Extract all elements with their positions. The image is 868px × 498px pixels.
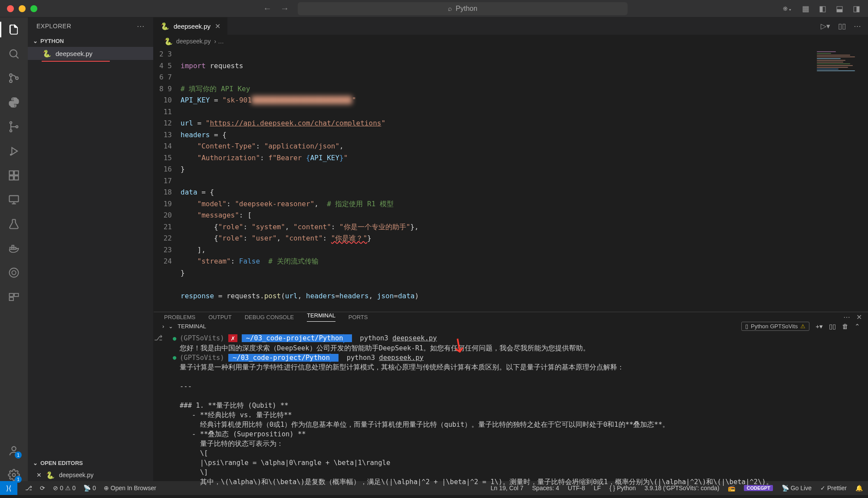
chevron-down-icon[interactable]: ⌄ bbox=[168, 323, 173, 330]
code-editor[interactable]: 2 3 4 5 6 7 8 9 10 11 12 13 14 15 16 17 … bbox=[154, 48, 868, 312]
search-text: Python bbox=[456, 5, 477, 13]
panel-more-icon[interactable]: ⋯ bbox=[843, 313, 850, 321]
split-terminal-icon[interactable]: ▯▯ bbox=[829, 323, 836, 330]
new-terminal-icon[interactable]: +▾ bbox=[815, 323, 823, 330]
settings-badge: 1 bbox=[15, 476, 22, 483]
python-file-icon: 🐍 bbox=[46, 471, 55, 479]
error-badge: ✗ bbox=[228, 334, 237, 342]
chevron-right-icon[interactable]: › bbox=[162, 323, 164, 330]
main-layout: 1 1 EXPLORER ⋯ ⌄ PYTHON 🐍 deepseek.py ⌄ … bbox=[0, 17, 868, 481]
tab-ports[interactable]: PORTS bbox=[349, 314, 368, 320]
extensions-icon[interactable] bbox=[8, 169, 20, 181]
nav-forward-icon[interactable]: → bbox=[280, 3, 289, 13]
account-badge: 1 bbox=[15, 452, 22, 458]
testing-icon[interactable] bbox=[8, 218, 20, 230]
terminal-subheader: › ⌄ TERMINAL ▯ Python GPTSoVits ⚠ +▾ ▯▯ … bbox=[154, 322, 868, 331]
nav-back-icon[interactable]: ← bbox=[263, 3, 272, 13]
run-icon[interactable]: ▷▾ bbox=[821, 22, 830, 31]
settings-icon[interactable]: 1 bbox=[8, 469, 20, 481]
open-editors-section[interactable]: ⌄ OPEN EDITORS bbox=[28, 457, 153, 469]
svg-point-4 bbox=[10, 122, 12, 124]
breadcrumb[interactable]: 🐍 deepseek.py › … bbox=[154, 35, 868, 48]
activity-bar: 1 1 bbox=[0, 17, 28, 481]
svg-point-6 bbox=[16, 126, 18, 128]
maximize-window[interactable] bbox=[30, 5, 37, 12]
sync-icon[interactable]: ⟳ bbox=[40, 485, 45, 491]
maximize-panel-icon[interactable]: ⌃ bbox=[855, 323, 860, 330]
svg-rect-11 bbox=[14, 171, 18, 175]
search-icon[interactable] bbox=[8, 48, 20, 60]
close-window[interactable] bbox=[7, 5, 14, 12]
chevron-down-icon: ⌄ bbox=[33, 38, 38, 44]
svg-point-1 bbox=[10, 74, 12, 76]
git-graph-icon[interactable] bbox=[8, 121, 20, 133]
svg-point-7 bbox=[10, 154, 11, 155]
annotation-underline bbox=[42, 61, 110, 62]
account-icon[interactable]: 1 bbox=[8, 445, 20, 457]
file-name: deepseek.py bbox=[56, 50, 92, 57]
minimize-window[interactable] bbox=[19, 5, 26, 12]
editor-area: 🐍 deepseek.py ✕ ▷▾ ▯▯ ⋯ 🐍 deepseek.py › … bbox=[154, 17, 868, 481]
svg-rect-19 bbox=[10, 294, 13, 297]
kill-terminal-icon[interactable]: 🗑 bbox=[842, 323, 848, 330]
layout-custom-icon[interactable]: ▦ bbox=[802, 4, 809, 13]
svg-rect-9 bbox=[10, 176, 13, 180]
command-center[interactable]: ⌕ Python bbox=[298, 2, 628, 15]
open-editor-item[interactable]: ✕ 🐍 deepseek.py bbox=[28, 469, 153, 481]
project-name: PYTHON bbox=[40, 38, 64, 44]
explorer-icon[interactable] bbox=[8, 23, 20, 36]
panel-close-icon[interactable]: ✕ bbox=[856, 313, 862, 321]
status-errors[interactable]: ⊘ 0 ⚠ 0 bbox=[53, 485, 76, 491]
svg-rect-12 bbox=[10, 196, 19, 202]
code-content[interactable]: import requests # 填写你的 API Key API_KEY =… bbox=[181, 48, 868, 312]
tab-debug-console[interactable]: DEBUG CONSOLE bbox=[245, 314, 294, 320]
remote-indicator[interactable]: ⟩⟨ bbox=[0, 481, 17, 495]
project-section[interactable]: ⌄ PYTHON bbox=[28, 35, 153, 47]
python-file-icon: 🐍 bbox=[43, 49, 51, 58]
python-file-icon: 🐍 bbox=[161, 22, 169, 30]
explorer-more-icon[interactable]: ⋯ bbox=[137, 21, 145, 31]
file-item[interactable]: 🐍 deepseek.py bbox=[28, 47, 153, 60]
tab-terminal[interactable]: TERMINAL bbox=[307, 312, 335, 322]
tab-problems[interactable]: PROBLEMS bbox=[164, 314, 195, 320]
line-gutter: 2 3 4 5 6 7 8 9 10 11 12 13 14 15 16 17 … bbox=[154, 48, 181, 312]
terminal-output[interactable]: ●(GPTSoVits) ✗ ~/03_code-project/Python … bbox=[163, 331, 868, 489]
panel-bottom-icon[interactable]: ⬓ bbox=[836, 4, 843, 13]
window-controls bbox=[0, 5, 37, 12]
svg-point-5 bbox=[10, 130, 12, 132]
svg-point-23 bbox=[13, 474, 16, 477]
panel-tabs: PROBLEMS OUTPUT DEBUG CONSOLE TERMINAL P… bbox=[154, 312, 868, 322]
project-icon[interactable] bbox=[8, 291, 20, 303]
svg-point-22 bbox=[12, 447, 16, 451]
source-control-icon[interactable] bbox=[8, 72, 20, 84]
search-icon: ⌕ bbox=[448, 5, 452, 13]
tab-deepseek[interactable]: 🐍 deepseek.py ✕ bbox=[154, 17, 228, 35]
remote-explorer-icon[interactable] bbox=[8, 194, 20, 206]
status-ports[interactable]: 📡 0 bbox=[83, 485, 96, 491]
svg-rect-20 bbox=[14, 294, 18, 297]
svg-rect-10 bbox=[14, 176, 18, 180]
breadcrumb-file: deepseek.py bbox=[176, 38, 210, 45]
tab-label: deepseek.py bbox=[174, 23, 210, 30]
open-editors-label: OPEN EDITORS bbox=[40, 460, 83, 466]
docker-icon[interactable] bbox=[8, 242, 20, 254]
more-icon[interactable]: ⋯ bbox=[854, 22, 861, 31]
svg-point-2 bbox=[10, 80, 12, 82]
panel-right-icon[interactable]: ◨ bbox=[853, 4, 860, 13]
split-editor-icon[interactable]: ▯▯ bbox=[838, 22, 846, 31]
minimap[interactable] bbox=[817, 51, 865, 95]
close-icon[interactable]: ✕ bbox=[36, 472, 42, 478]
copilot-icon[interactable]: ⎈▾ bbox=[783, 4, 792, 13]
terminal-profile[interactable]: ▯ Python GPTSoVits ⚠ bbox=[741, 322, 809, 331]
codegpt-icon[interactable] bbox=[8, 267, 20, 279]
open-in-browser[interactable]: ⊕ Open In Browser bbox=[104, 485, 156, 491]
tab-output[interactable]: OUTPUT bbox=[208, 314, 231, 320]
chevron-down-icon: ⌄ bbox=[33, 460, 38, 466]
svg-rect-16 bbox=[12, 245, 14, 247]
run-debug-icon[interactable] bbox=[8, 145, 20, 157]
git-branch-icon[interactable]: ⎇ bbox=[25, 485, 32, 491]
python-env-icon[interactable] bbox=[8, 96, 20, 109]
panel-left-icon[interactable]: ◧ bbox=[819, 4, 826, 13]
python-file-icon: 🐍 bbox=[164, 37, 173, 46]
close-tab-icon[interactable]: ✕ bbox=[215, 22, 220, 30]
